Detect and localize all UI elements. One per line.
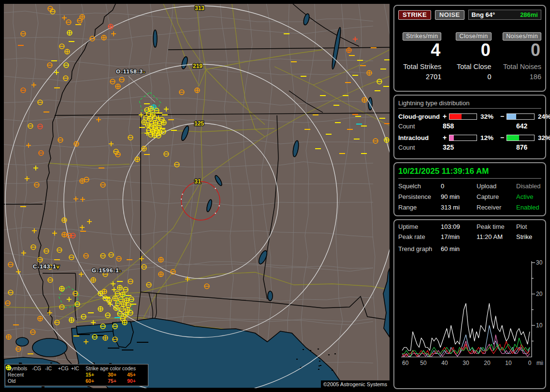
squelch-value: 0 [441, 182, 477, 190]
strike-symbol [107, 298, 112, 303]
svg-text:60: 60 [402, 360, 409, 366]
datetime-display: 10/21/2025 11:39:16 AM [398, 166, 541, 179]
strike-symbol [116, 84, 120, 89]
legend-row-label: Old [8, 378, 32, 384]
legend-col-header: -CG [32, 365, 45, 372]
svg-text:30: 30 [536, 259, 543, 266]
strike-symbol [148, 106, 153, 111]
uptime-value: 103:09 [441, 223, 477, 230]
strike-stats-box: STRIKE NOISE Bng 64° 286mi Strikes/min C… [393, 5, 546, 92]
capture-label: Capture [477, 193, 516, 200]
bearing-readout: Bng 64° 286mi [468, 10, 541, 20]
legend-row-label: Recent [8, 372, 32, 378]
strike-symbol [147, 116, 152, 121]
legend-age-value: 60+ [86, 378, 108, 384]
cg-negative-pct: 24% [536, 113, 550, 120]
persistence-value: 90 min [441, 193, 477, 200]
upload-value: Disabled [516, 182, 541, 190]
ic-count-label: Count [398, 144, 443, 151]
ring-label-31: 31 [194, 178, 201, 185]
status-trend-box: Uptime 103:09 Peak time Plot Peak rate 1… [393, 219, 546, 389]
strike-symbol [125, 308, 130, 312]
strike-symbol [67, 30, 72, 35]
lake-pontchartrain [32, 338, 67, 357]
cg-count-label: Count [398, 123, 443, 130]
range-value: 313 mi [441, 204, 477, 211]
plot-header: Plot [516, 223, 541, 230]
strike-symbol [347, 48, 351, 53]
strike-symbol [59, 286, 64, 291]
radar-map[interactable]: 31321912531O-1158-3-C-143-1vG-1596-1- Sy… [4, 4, 390, 388]
noises-per-min-button[interactable]: Noises/min [503, 32, 541, 41]
strike-symbol [142, 146, 146, 151]
legend-row-old: Old60+75+90+ [8, 378, 145, 384]
cell-label: O-1158-3- [116, 69, 145, 74]
legend-age-value: 75+ [108, 378, 127, 384]
copyright-label: ©2005 Astrogenic Systems [321, 380, 390, 388]
trend-graph-value: 60 min [441, 245, 541, 252]
cg-positive-pct: 32% [478, 113, 500, 120]
total-strikes-label: Total Strikes [398, 63, 441, 70]
ring-label-219: 219 [193, 63, 203, 70]
range-label: Range [398, 204, 441, 211]
squelch-label: Squelch [398, 182, 441, 190]
capture-value: Active [516, 193, 541, 200]
strike-symbol [91, 278, 96, 282]
total-strikes-value: 2701 [398, 73, 441, 81]
legend-age-value: 30+ [108, 372, 127, 378]
strike-symbol [142, 120, 146, 125]
legend-col-header: +IC [71, 365, 86, 372]
strikes-per-min-button[interactable]: Strikes/min [403, 32, 441, 41]
plot-value: Strike [516, 233, 541, 240]
intracloud-label: Intracloud [398, 134, 443, 141]
ring-label-313: 313 [195, 5, 204, 12]
legend-ic-plus-icon [5, 364, 12, 371]
strike-tab-button[interactable]: STRIKE [398, 10, 431, 20]
minus-sign: − [500, 112, 507, 120]
strike-symbol [367, 70, 372, 75]
cg-negative-bar [507, 113, 535, 120]
cell-label: C-143-1v [33, 264, 60, 269]
strike-symbol [98, 307, 103, 311]
strike-symbol [74, 141, 79, 146]
strike-symbol [384, 138, 389, 142]
peak-rate-value: 17/min [441, 233, 477, 240]
receiver-label: Receiver [477, 204, 516, 211]
noise-tab-button[interactable]: NOISE [435, 10, 464, 20]
strike-symbol [161, 120, 166, 125]
ic-negative-bar [507, 135, 535, 141]
cloud-ground-label: Cloud-ground [398, 113, 443, 120]
plus-sign: + [443, 112, 449, 120]
strike-symbol [38, 316, 43, 321]
right-panel: STRIKE NOISE Bng 64° 286mi Strikes/min C… [393, 5, 546, 389]
svg-text:40: 40 [441, 360, 448, 366]
svg-text:30: 30 [463, 360, 469, 366]
cg-negative-count: 642 [516, 122, 541, 130]
legend-age-value: 90+ [127, 378, 145, 384]
legend-col-header: -IC [45, 365, 58, 372]
svg-text:20: 20 [484, 360, 491, 366]
receiver-value: Enabled [516, 204, 541, 211]
strike-symbol [62, 218, 67, 223]
svg-text:0: 0 [528, 360, 532, 366]
distribution-header: Lightning type distribution [398, 98, 541, 109]
map-legend: Symbols-CG-IC+CG+ICStrike age color code… [5, 364, 148, 386]
trend-graph-label: Trend graph [398, 245, 441, 252]
datetime-settings-box: 10/21/2025 11:39:16 AM Squelch 0 Upload … [393, 162, 546, 216]
bearing-label: Bng 64° [472, 11, 495, 18]
strike-symbol [98, 291, 103, 296]
svg-text:20: 20 [536, 291, 543, 297]
minus-sign: − [500, 134, 507, 141]
svg-text:50: 50 [420, 360, 427, 366]
legend-age-header: Strike age color codes [86, 365, 145, 372]
strike-symbol [195, 88, 200, 93]
total-close-label: Total Close [448, 63, 491, 70]
close-per-min-button[interactable]: Close/min [456, 32, 491, 41]
total-close-value: 0 [448, 73, 491, 81]
total-noises-value: 186 [498, 73, 541, 81]
noises-per-min-value: 0 [498, 41, 541, 60]
strike-symbol [114, 306, 118, 310]
svg-text:10: 10 [505, 360, 512, 366]
bearing-distance: 286mi [520, 11, 538, 18]
strike-symbol [103, 336, 108, 340]
